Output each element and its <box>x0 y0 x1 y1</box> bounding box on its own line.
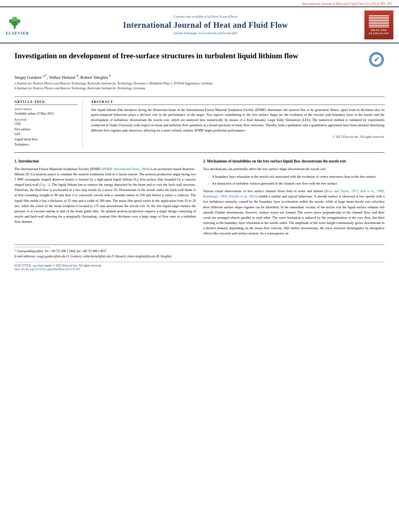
body-divider <box>14 152 385 153</box>
keywords-list: CFDFree surfaceLESLiquid metal flowTurbu… <box>14 122 78 148</box>
article-title: Investigation on development of free-sur… <box>14 51 369 61</box>
elsevier-label: ELSEVIER <box>6 31 50 35</box>
journal-header: ELSEVIER Contents lists available at Sci… <box>0 6 399 43</box>
section2-bullets: A boundary layer relaxation at the nozzl… <box>208 174 385 186</box>
svg-point-4 <box>12 16 17 21</box>
journal-title: International Journal of Heat and Fluid … <box>54 20 357 30</box>
section2-paragraph1: Various visual observations of free surf… <box>203 189 385 236</box>
main-content: Investigation on development of free-sur… <box>0 43 399 271</box>
citation-text: International Journal of Heat and Fluid … <box>302 2 392 6</box>
article-info-heading: ARTICLE INFO <box>14 100 78 105</box>
author-heinzel: Volker Heinzel b <box>49 75 78 80</box>
header-center: Contents lists available at SciVerse Sci… <box>50 15 361 35</box>
author-stieglitz: Robert Stieglitz b <box>80 75 111 80</box>
abstract-section: ABSTRACT The liquid lithium film thickne… <box>91 100 385 148</box>
keyword-item: CFD <box>14 122 78 127</box>
journal-homepage: journal homepage: www.elsevier.com/locat… <box>54 31 357 35</box>
affiliation-a: a Institute for Neutron Physics and Reac… <box>14 81 385 86</box>
left-column: 1. Introduction The International Fusion… <box>14 158 196 239</box>
footnote-asterisk: * Corresponding author. Tel.: +49 721 60… <box>14 249 385 253</box>
page-footer: * Corresponding author. Tel.: +49 721 60… <box>14 244 385 271</box>
footnote-emails: E-mail addresses: sergej.gordeev@kit.edu… <box>14 254 385 259</box>
crossmark-icon: ✓ <box>369 52 384 67</box>
section2-heading: 2. Mechanisms of instabilities on the fr… <box>203 158 385 164</box>
journal-logo: HEAT AND FLUID FLOW <box>361 10 393 39</box>
section1-paragraph: The International Fusion Materials Irrad… <box>14 166 196 225</box>
bullet-item: A boundary layer relaxation at the nozzl… <box>208 174 385 179</box>
available-online: Available online 23 May 2013 <box>14 111 78 116</box>
crossmark-badge: ✓ <box>369 52 385 68</box>
journal-citation: International Journal of Heat and Fluid … <box>0 0 399 6</box>
abstract-heading: ABSTRACT <box>91 100 385 105</box>
keyword-item: Liquid metal flow <box>14 137 78 142</box>
keywords-heading: Keywords: <box>14 118 78 121</box>
right-column: 2. Mechanisms of instabilities on the fr… <box>203 158 385 239</box>
author-gordeev: Sergej Gordeev a,* <box>14 75 47 80</box>
section2-intro: Two mechanisms can potentially affect th… <box>203 166 385 172</box>
keyword-item: LES <box>14 132 78 137</box>
history-label: Article history: <box>14 107 78 111</box>
logo-lines-decoration <box>369 15 389 27</box>
info-abstract-section: ARTICLE INFO Article history: Available … <box>14 97 385 148</box>
elsevier-logo-section: ELSEVIER <box>6 15 50 35</box>
keyword-item: Free surface <box>14 127 78 132</box>
section1-heading: 1. Introduction <box>14 158 196 164</box>
elsevier-tree-icon <box>6 15 24 29</box>
article-title-section: Investigation on development of free-sur… <box>14 43 385 71</box>
keyword-item: Turbulence <box>14 142 78 148</box>
affiliation-b: b Institute for Neutron Physics and Reac… <box>14 86 385 91</box>
footer-bottom: 0142-727X/$ - see front matter © 2013 El… <box>14 262 385 271</box>
footnote-separator <box>14 247 51 247</box>
copyright-line: © 2013 Elsevier Inc. All rights reserved… <box>91 135 385 139</box>
bullet-item: An interaction of turbulent vortices gen… <box>208 181 385 186</box>
sciverse-text: Contents lists available at SciVerse Sci… <box>54 15 357 18</box>
abstract-text: The liquid lithium film thickness facing… <box>91 107 385 133</box>
authors-section: Sergej Gordeev a,*, Volker Heinzel b, Ro… <box>14 74 385 91</box>
journal-logo-box: HEAT AND FLUID FLOW <box>364 10 393 39</box>
affiliations: a Institute for Neutron Physics and Reac… <box>14 81 385 91</box>
article-info: ARTICLE INFO Article history: Available … <box>14 100 83 148</box>
body-columns: 1. Introduction The International Fusion… <box>14 158 385 239</box>
footer-issn: 0142-727X/$ - see front matter © 2013 El… <box>14 264 385 267</box>
footer-doi: http://dx.doi.org/10.1016/j.ijheatfluidf… <box>14 267 385 271</box>
authors-line: Sergej Gordeev a,*, Volker Heinzel b, Ro… <box>14 74 385 80</box>
svg-text:✓: ✓ <box>374 55 380 64</box>
